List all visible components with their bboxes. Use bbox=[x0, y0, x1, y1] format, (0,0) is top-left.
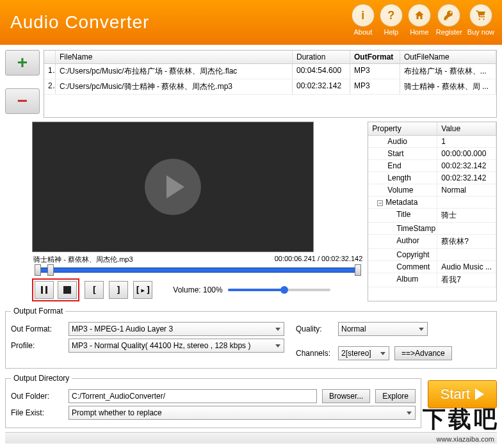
time-display: 00:00:06.241 / 00:02:32.142 bbox=[275, 255, 363, 264]
svg-rect-4 bbox=[63, 286, 71, 294]
file-exist-label: File Exist: bbox=[11, 408, 63, 417]
property-row[interactable]: VolumeNormal bbox=[368, 184, 496, 196]
info-icon: i bbox=[352, 4, 375, 27]
col-outformat[interactable]: OutFormat bbox=[350, 51, 400, 63]
out-format-combo[interactable]: MP3 - MPEG-1 Audio Layer 3 bbox=[69, 322, 284, 336]
cart-icon bbox=[469, 4, 492, 27]
pause-button[interactable] bbox=[35, 281, 54, 299]
remove-file-button[interactable]: − bbox=[5, 88, 40, 114]
svg-rect-3 bbox=[45, 286, 47, 294]
preview-pane[interactable] bbox=[32, 122, 314, 252]
seek-start-handle[interactable] bbox=[35, 264, 41, 276]
volume-label: Volume: 100% bbox=[173, 285, 222, 294]
quality-label: Quality: bbox=[296, 324, 333, 333]
seek-handle[interactable] bbox=[47, 264, 54, 276]
browser-button[interactable]: Browser... bbox=[322, 389, 370, 403]
channels-label: Channels: bbox=[296, 349, 333, 358]
out-format-label: Out Format: bbox=[11, 324, 63, 333]
volume-slider[interactable] bbox=[228, 289, 330, 291]
svg-point-0 bbox=[479, 19, 480, 20]
property-row[interactable]: Start00:00:00.000 bbox=[368, 148, 496, 160]
buy-button[interactable]: Buy now bbox=[467, 4, 494, 36]
mark-end-button[interactable]: ] bbox=[109, 281, 128, 299]
property-row[interactable]: TimeStamp bbox=[368, 223, 496, 235]
col-duration[interactable]: Duration bbox=[293, 51, 350, 63]
table-row[interactable]: 2 C:/Users/pc/Music/骑士精神 - 蔡依林、周杰伦.mp3 0… bbox=[44, 79, 496, 95]
col-outfilename[interactable]: OutFileName bbox=[400, 51, 496, 63]
help-icon: ? bbox=[380, 4, 403, 27]
property-table[interactable]: Property Value Audio1Start00:00:00.000En… bbox=[368, 122, 497, 301]
property-row[interactable]: Audio1 bbox=[368, 136, 496, 148]
property-row[interactable]: Title骑士 bbox=[368, 209, 496, 223]
output-format-group: Output Format Out Format: MP3 - MPEG-1 A… bbox=[5, 307, 497, 369]
channels-combo[interactable]: 2[stereo] bbox=[338, 346, 389, 360]
profile-label: Profile: bbox=[11, 341, 63, 350]
seek-end-handle[interactable] bbox=[355, 264, 361, 276]
file-table[interactable]: FileName Duration OutFormat OutFileName … bbox=[44, 50, 497, 118]
header: Audio Converter i About ? Help Home Regi… bbox=[0, 0, 502, 45]
key-icon bbox=[437, 4, 460, 27]
file-table-header: FileName Duration OutFormat OutFileName bbox=[44, 51, 496, 64]
help-button[interactable]: ? Help bbox=[380, 4, 403, 36]
property-row[interactable]: CommentAudio Music ... bbox=[368, 261, 496, 273]
minus-icon: − bbox=[17, 91, 28, 111]
home-button[interactable]: Home bbox=[408, 4, 431, 36]
out-folder-label: Out Folder: bbox=[11, 392, 63, 401]
explore-button[interactable]: Explore bbox=[375, 389, 416, 403]
file-exist-combo[interactable]: Prompt whether to replace bbox=[69, 406, 416, 420]
home-icon bbox=[408, 4, 431, 27]
play-segment-button[interactable]: [▸] bbox=[133, 281, 152, 299]
output-format-legend: Output Format bbox=[11, 307, 65, 316]
app-title: Audio Converter bbox=[10, 12, 149, 33]
output-directory-legend: Output Directory bbox=[11, 374, 72, 383]
property-row[interactable]: Album看我7 bbox=[368, 273, 496, 287]
svg-point-1 bbox=[483, 19, 484, 20]
highlight-box bbox=[32, 278, 79, 301]
plus-icon: + bbox=[17, 52, 28, 73]
play-icon bbox=[145, 159, 201, 215]
col-value[interactable]: Value bbox=[437, 122, 496, 135]
register-button[interactable]: Register bbox=[436, 4, 462, 36]
about-button[interactable]: i About bbox=[352, 4, 375, 36]
now-playing: 骑士精神 - 蔡依林、周杰伦.mp3 bbox=[33, 255, 133, 264]
svg-rect-2 bbox=[41, 286, 43, 294]
header-buttons: i About ? Help Home Register Buy now bbox=[352, 4, 494, 36]
add-file-button[interactable]: + bbox=[5, 50, 40, 76]
status-bar bbox=[5, 432, 497, 444]
output-directory-group: Output Directory Out Folder: C:/Torrent_… bbox=[5, 374, 421, 428]
seek-slider[interactable] bbox=[32, 266, 364, 275]
col-property[interactable]: Property bbox=[368, 122, 437, 135]
mark-start-button[interactable]: [ bbox=[85, 281, 104, 299]
property-row[interactable]: Length00:02:32.142 bbox=[368, 172, 496, 184]
start-button[interactable]: Start bbox=[428, 380, 497, 408]
col-filename[interactable]: FileName bbox=[56, 51, 293, 63]
property-row[interactable]: Copyright bbox=[368, 249, 496, 261]
out-folder-input[interactable]: C:/Torrent_AudioConverter/ bbox=[69, 389, 317, 403]
stop-button[interactable] bbox=[58, 281, 77, 299]
volume-handle[interactable] bbox=[280, 286, 288, 294]
profile-combo[interactable]: MP3 - Normal Quality( 44100 Hz, stereo ,… bbox=[69, 339, 284, 353]
advance-button[interactable]: ==>Advance bbox=[394, 346, 452, 360]
play-icon bbox=[475, 388, 484, 400]
table-row[interactable]: 1 C:/Users/pc/Music/布拉格广场 - 蔡依林、周杰伦.flac… bbox=[44, 64, 496, 79]
property-row[interactable]: −Metadata bbox=[368, 196, 496, 209]
quality-combo[interactable]: Normal bbox=[338, 322, 428, 336]
property-row[interactable]: End00:02:32.142 bbox=[368, 160, 496, 172]
property-row[interactable]: Author蔡依林? bbox=[368, 235, 496, 249]
